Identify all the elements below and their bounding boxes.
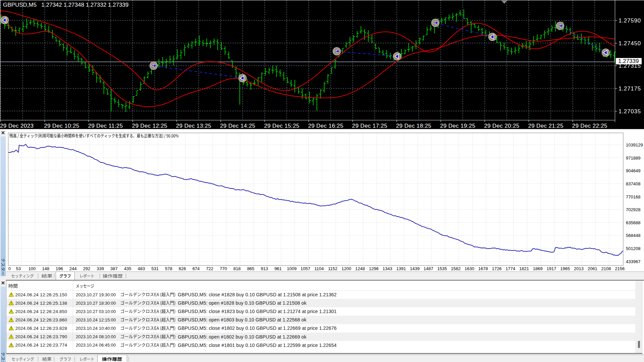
svg-text:433967: 433967	[626, 259, 640, 264]
svg-text:2024.06.24 12:26:23.860: 2024.06.24 12:26:23.860	[15, 317, 67, 322]
svg-text:29 Dec 18:25: 29 Dec 18:25	[396, 123, 431, 129]
svg-text:29 Dec 10:25: 29 Dec 10:25	[44, 123, 79, 129]
svg-text:1917: 1917	[547, 266, 556, 271]
svg-text:1200: 1200	[341, 266, 351, 271]
svg-text:1535: 1535	[437, 266, 447, 271]
svg-text:626: 626	[179, 266, 186, 271]
svg-text:29 Dec 2023: 29 Dec 2023	[0, 123, 34, 129]
svg-text:GBPUSD,M5: open #1803 buy 0.10: GBPUSD,M5: open #1803 buy 0.10 GBPUSD at…	[178, 317, 307, 322]
svg-text:196: 196	[56, 266, 63, 271]
svg-text:837408: 837408	[626, 181, 640, 186]
svg-text:2061: 2061	[588, 266, 597, 271]
svg-text:770: 770	[220, 266, 227, 271]
svg-text:29 Dec 15:25: 29 Dec 15:25	[264, 123, 299, 129]
svg-text:100: 100	[29, 266, 36, 271]
svg-text:2108: 2108	[601, 266, 611, 271]
svg-text:29 Dec 17:25: 29 Dec 17:25	[352, 123, 387, 129]
svg-text:531: 531	[151, 266, 159, 271]
svg-text:1343: 1343	[383, 266, 392, 271]
svg-text:1296: 1296	[369, 266, 379, 271]
svg-text:1009: 1009	[287, 266, 297, 271]
svg-text:1774: 1774	[505, 266, 515, 271]
svg-text:2023.10.27 03:10:00: 2023.10.27 03:10:00	[76, 309, 116, 314]
svg-text:2024.06.24 12:26:24.850: 2024.06.24 12:26:24.850	[15, 309, 67, 314]
svg-text:702928: 702928	[626, 207, 640, 212]
svg-text:1439: 1439	[410, 266, 420, 271]
svg-text:1582: 1582	[451, 266, 461, 271]
svg-text:GBPUSD,M5: close #1823 buy 0.1: GBPUSD,M5: close #1823 buy 0.10 GBPUSD a…	[178, 309, 337, 314]
svg-text:29 Dec 12:25: 29 Dec 12:25	[132, 123, 167, 129]
svg-text:1391: 1391	[396, 266, 406, 271]
svg-text:29 Dec 16:25: 29 Dec 16:25	[308, 123, 343, 129]
svg-text:1.27175: 1.27175	[619, 85, 641, 92]
svg-text:1630: 1630	[465, 266, 474, 271]
svg-text:1.27590: 1.27590	[619, 17, 641, 24]
svg-text:2023.10.24 06:45:00: 2023.10.24 06:45:00	[76, 343, 116, 348]
svg-text:29 Dec 20:25: 29 Dec 20:25	[484, 123, 519, 129]
svg-text:387: 387	[110, 266, 118, 271]
svg-text:339: 339	[97, 266, 104, 271]
svg-text:1152: 1152	[328, 266, 337, 271]
svg-text:2023.10.24 12:15:00: 2023.10.24 12:15:00	[76, 317, 116, 322]
svg-text:865: 865	[247, 266, 255, 271]
svg-text:1104: 1104	[314, 266, 324, 271]
svg-text:GBPUSD,M5: close #1801 buy 0.1: GBPUSD,M5: close #1801 buy 0.10 GBPUSD a…	[178, 343, 337, 348]
svg-text:0: 0	[8, 266, 11, 271]
svg-text:568448: 568448	[626, 233, 640, 238]
svg-text:29 Dec 19:25: 29 Dec 19:25	[440, 123, 475, 129]
svg-text:1821: 1821	[519, 266, 529, 271]
svg-text:913: 913	[261, 266, 268, 271]
svg-text:722: 722	[206, 266, 213, 271]
svg-text:2023.10.24 08:10:00: 2023.10.24 08:10:00	[76, 334, 116, 339]
svg-text:818: 818	[233, 266, 241, 271]
svg-text:2013: 2013	[574, 266, 584, 271]
svg-text:1869: 1869	[533, 266, 543, 271]
svg-text:1487: 1487	[424, 266, 433, 271]
svg-text:GBPUSD,M5: open #1828 buy 0.10: GBPUSD,M5: open #1828 buy 0.10 GBPUSD at…	[178, 300, 307, 306]
svg-text:29 Dec 11:25: 29 Dec 11:25	[88, 123, 123, 129]
svg-text:1726: 1726	[492, 266, 502, 271]
svg-text:770168: 770168	[626, 194, 640, 199]
svg-text:2023.10.27 18:30:00: 2023.10.27 18:30:00	[76, 301, 116, 306]
svg-text:674: 674	[193, 266, 200, 271]
svg-text:29 Dec 14:25: 29 Dec 14:25	[220, 123, 255, 129]
svg-text:961: 961	[274, 266, 282, 271]
svg-text:578: 578	[165, 266, 172, 271]
svg-text:2024.06.24 12:26:23.774: 2024.06.24 12:26:23.774	[15, 343, 67, 348]
svg-text:29 Dec 21:25: 29 Dec 21:25	[528, 123, 563, 129]
svg-text:971889: 971889	[626, 156, 640, 161]
svg-text:2024.06.24 12:26:23.828: 2024.06.24 12:26:23.828	[15, 326, 67, 331]
svg-text:1248: 1248	[355, 266, 365, 271]
svg-text:1057: 1057	[301, 266, 310, 271]
svg-text:GBPUSD,M5: close #1802 buy 0.1: GBPUSD,M5: close #1802 buy 0.10 GBPUSD a…	[178, 325, 337, 331]
svg-text:904649: 904649	[626, 168, 640, 173]
svg-text:53: 53	[16, 266, 20, 271]
svg-text:1965: 1965	[560, 266, 570, 271]
svg-text:244: 244	[69, 266, 77, 271]
svg-text:1.27450: 1.27450	[619, 40, 641, 47]
svg-text:2156: 2156	[615, 266, 625, 271]
svg-text:483: 483	[138, 266, 145, 271]
svg-text:1039129: 1039129	[626, 142, 643, 147]
svg-text:29 Dec 22:25: 29 Dec 22:25	[572, 123, 607, 129]
svg-text:435: 435	[124, 266, 131, 271]
svg-text:1.27035: 1.27035	[619, 108, 641, 115]
svg-text:2024.06.24 12:26:23.790: 2024.06.24 12:26:23.790	[15, 334, 67, 339]
svg-text:GBPUSD,M5: close #1828 buy 0.1: GBPUSD,M5: close #1828 buy 0.10 GBPUSD a…	[178, 292, 337, 297]
svg-text:635688: 635688	[626, 220, 640, 225]
svg-text:292: 292	[83, 266, 91, 271]
svg-text:GBPUSD,M5: open #1802 buy 0.10: GBPUSD,M5: open #1802 buy 0.10 GBPUSD at…	[178, 334, 307, 340]
svg-text:29 Dec 13:25: 29 Dec 13:25	[176, 123, 211, 129]
svg-text:1678: 1678	[478, 266, 488, 271]
svg-text:148: 148	[42, 266, 49, 271]
svg-text:2023.10.27 19:30:00: 2023.10.27 19:30:00	[76, 292, 116, 297]
svg-text:GBPUSD,M5 1.27342 1.27348 1.: GBPUSD,M5 1.27342 1.27348 1.27332 1.2733…	[3, 2, 128, 8]
svg-text:2024.06.24 12:26:25.150: 2024.06.24 12:26:25.150	[15, 292, 67, 297]
svg-text:1.27339: 1.27339	[618, 58, 639, 64]
svg-text:2023.10.24 10:40:00: 2023.10.24 10:40:00	[76, 326, 116, 331]
svg-text:2024.06.24 12:26:25.138: 2024.06.24 12:26:25.138	[15, 301, 67, 306]
svg-text:501208: 501208	[626, 246, 640, 251]
